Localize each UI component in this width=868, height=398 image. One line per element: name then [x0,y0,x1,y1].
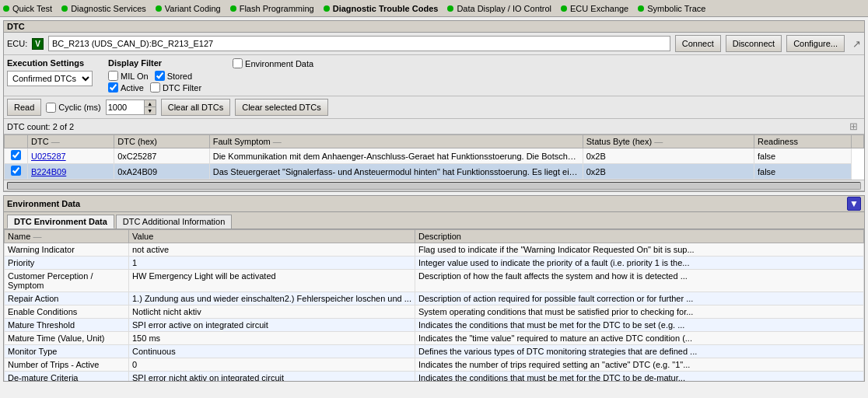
env-row-value: 0 [129,358,415,372]
active-checkbox[interactable] [108,82,118,93]
nav-flash-programming[interactable]: Flash Programming [230,4,314,13]
mil-on-checkbox[interactable] [108,71,118,81]
row-readiness: false [754,164,851,180]
stored-checkbox[interactable] [155,71,165,81]
env-table: Name — Value Description Warning Indicat… [4,229,864,381]
env-title-bar: Environment Data ▼ [4,196,864,212]
env-table-row[interactable]: Warning Indicator not active Flag used t… [5,243,864,257]
connect-button[interactable]: Connect [675,35,721,52]
env-row-name: Priority [5,257,129,270]
env-row-value: Notlicht nicht aktiv [129,305,415,319]
env-row-desc: Description of action required for possi… [415,292,863,305]
mil-on-checkbox-label[interactable]: MIL On [108,71,149,81]
dtc-filter-checkbox-label[interactable]: DTC Filter [150,82,201,93]
cyclic-checkbox-label[interactable]: Cyclic (ms) [46,103,100,113]
env-row-desc: Flag used to indicate if the "Warning In… [415,243,863,257]
env-table-row[interactable]: Monitor Type Continuous Defines the vari… [5,345,864,358]
env-col-value[interactable]: Value [129,230,415,243]
env-row-value: not active [129,243,415,257]
env-col-desc[interactable]: Description [415,230,863,243]
execution-settings-group: Execution Settings Confirmed DTCs [7,58,93,86]
nav-dot-flash [230,5,236,12]
table-row[interactable]: U025287 0xC25287 Die Kommunikation mit d… [5,148,864,164]
active-checkbox-label[interactable]: Active [108,82,144,93]
cyclic-checkbox[interactable] [46,103,56,113]
row-checkbox-0[interactable] [11,150,21,160]
dtc-scroll-area[interactable] [4,180,864,191]
env-table-container[interactable]: Name — Value Description Warning Indicat… [4,229,864,381]
env-row-name: De-mature Criteria [5,372,129,382]
env-table-row[interactable]: Enable Conditions Notlicht nicht aktiv S… [5,305,864,319]
display-filter-label: Display Filter [108,58,201,68]
env-table-row[interactable]: Number of Trips - Active 0 Indicates the… [5,358,864,372]
dtc-panel: DTC ECU: V Connect Disconnect Configure.… [3,20,865,192]
row-checkbox-1[interactable] [11,166,21,176]
nav-diagnostic-services[interactable]: Diagnostic Services [61,4,146,13]
action-row: Read Cyclic (ms) ▲ ▼ Clear all DTCs Clea… [4,96,864,119]
env-row-value: 150 ms [129,332,415,345]
cyclic-value-input[interactable] [106,100,145,115]
nav-dot-quick-test [3,5,9,12]
col-dtc-hex[interactable]: DTC (hex) [114,135,210,148]
stored-checkbox-label[interactable]: Stored [155,71,192,81]
expand-icon[interactable]: ↗ [852,38,861,50]
nav-symbolic-trace[interactable]: Symbolic Trace [638,4,705,13]
env-row-value: Continuous [129,345,415,358]
export-icon[interactable]: ⊞ [849,120,858,132]
nav-quick-test[interactable]: Quick Test [3,4,52,13]
configure-button[interactable]: Configure... [786,35,845,52]
clear-all-button[interactable]: Clear all DTCs [161,99,231,116]
env-data-checkbox-label[interactable]: Environment Data [233,58,313,68]
env-table-row[interactable]: Customer Perception / Symptom HW Emergen… [5,270,864,292]
nav-variant-coding[interactable]: Variant Coding [156,4,221,13]
confirmed-dtcs-select[interactable]: Confirmed DTCs [7,71,93,86]
env-row-desc: Indicates the conditions that must be me… [415,319,863,332]
env-row-desc: Indicates the number of trips required s… [415,358,863,372]
col-checkbox [5,135,28,148]
table-row[interactable]: B224B09 0xA24B09 Das Steuergeraet "Signa… [5,164,864,180]
env-title: Environment Data [7,199,80,208]
row-dtc: U025287 [28,148,114,164]
ecu-input[interactable] [48,36,670,51]
env-row-value: SPI error active on integrated circuit [129,319,415,332]
env-table-row[interactable]: Priority 1 Integer value used to indicat… [5,257,864,270]
env-expand-button[interactable]: ▼ [847,197,861,211]
env-data-checkbox[interactable] [233,58,243,68]
spinner-down[interactable]: ▼ [145,107,156,114]
read-button[interactable]: Read [7,99,41,116]
clear-selected-button[interactable]: Clear selected DTCs [235,99,327,116]
env-row-value: 1 [129,257,415,270]
env-tab-dtc-environment[interactable]: DTC Environment Data [7,215,114,229]
env-data-checkbox-wrap: Environment Data [233,58,313,68]
nav-dot-dtc [324,5,330,12]
col-dtc[interactable]: DTC — [28,135,114,148]
env-table-row[interactable]: De-mature Criteria SPI error nicht aktiv… [5,372,864,382]
env-table-row[interactable]: Mature Time (Value, Unit) 150 ms Indicat… [5,332,864,345]
row-checkbox-cell[interactable] [5,148,28,164]
nav-ecu-exchange[interactable]: ECU Exchange [561,4,628,13]
dtc-table-container[interactable]: DTC — DTC (hex) Fault Symptom — Status B… [4,134,864,180]
ecu-row: ECU: V Connect Disconnect Configure... ↗ [4,33,864,55]
dtc-scrollbar[interactable] [7,182,861,190]
filter-row-2: Active DTC Filter [108,82,201,93]
col-fault-symptom[interactable]: Fault Symptom — [209,135,583,148]
col-readiness[interactable]: Readiness [754,135,851,148]
env-row-name: Mature Threshold [5,319,129,332]
row-checkbox-cell[interactable] [5,164,28,180]
disconnect-button[interactable]: Disconnect [726,35,782,52]
spinner-up[interactable]: ▲ [145,100,156,107]
nav-dtc[interactable]: Diagnostic Trouble Codes [324,4,439,13]
env-table-row[interactable]: Repair Action 1.) Zundung aus und wieder… [5,292,864,305]
env-tab-dtc-additional[interactable]: DTC Additional Information [116,215,232,229]
cyclic-spinner: ▲ ▼ [145,100,156,115]
col-status-byte[interactable]: Status Byte (hex) — [583,135,754,148]
dtc-filter-checkbox[interactable] [150,82,160,93]
display-filter-group: Display Filter MIL On Stored Active [108,58,201,93]
nav-data-display[interactable]: Data Display / IO Control [447,4,551,13]
row-fault: Das Steuergeraet "Signalerfass- und Anst… [209,164,583,180]
env-row-value: HW Emergency Light will be activated [129,270,415,292]
env-row-name: Monitor Type [5,345,129,358]
env-table-row[interactable]: Mature Threshold SPI error active on int… [5,319,864,332]
env-row-name: Customer Perception / Symptom [5,270,129,292]
env-col-name[interactable]: Name — [5,230,129,243]
